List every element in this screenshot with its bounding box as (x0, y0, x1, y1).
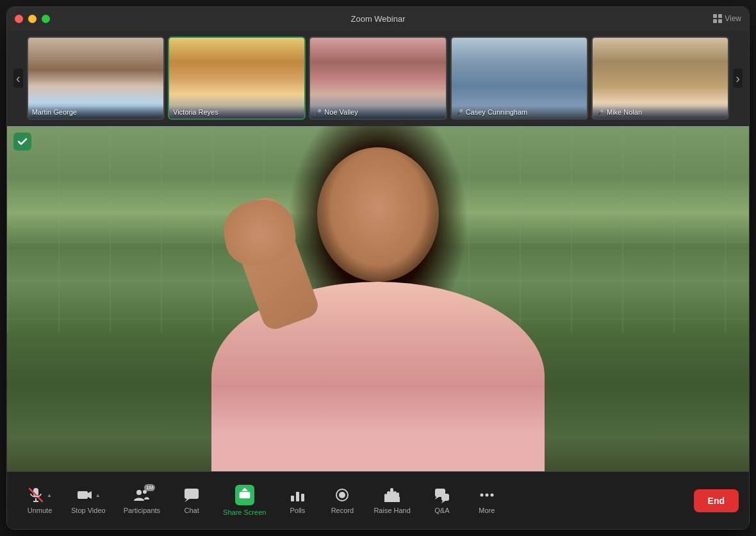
stop-video-label: Stop Video (71, 507, 106, 514)
webinar-check-icon (17, 136, 28, 147)
title-bar: Zoom Webinar View (7, 7, 749, 30)
svg-rect-2 (713, 19, 717, 23)
share-screen-icon (235, 485, 254, 505)
qa-bubble-icon (434, 487, 450, 503)
svg-rect-0 (713, 14, 717, 18)
view-icon (713, 14, 722, 23)
thumbnail-victoria-reyes[interactable]: Victoria Reyes (168, 37, 306, 120)
svg-marker-9 (88, 491, 92, 499)
unmute-button[interactable]: ▲ Unmute (17, 482, 62, 519)
thumbnail-overlay: Victoria Reyes (169, 106, 304, 118)
svg-point-20 (339, 492, 345, 498)
stop-video-caret: ▲ (95, 492, 101, 498)
record-icon (334, 487, 350, 503)
bar-chart-icon (289, 487, 306, 503)
thumbnail-martin-george[interactable]: Martin George (27, 37, 165, 120)
thumbnail-name: Martin George (32, 108, 77, 116)
svg-marker-15 (242, 488, 248, 491)
svg-rect-17 (296, 492, 299, 501)
raise-hand-label: Raise Hand (374, 507, 410, 514)
qa-button[interactable]: Q&A (420, 482, 464, 519)
thumbnail-noe-valley[interactable]: 🎤 Noe Valley (309, 37, 447, 120)
thumbnail-mike-nolan[interactable]: 🎤 Mike Nolan (591, 37, 729, 120)
thumbnail-overlay: 🎤 Noe Valley (310, 106, 445, 118)
record-button[interactable]: Record (320, 482, 365, 519)
thumbnail-container: Martin George Victoria Reyes 🎤 Noe Valle… (27, 37, 730, 120)
more-button[interactable]: More (464, 482, 509, 519)
prev-nav-button[interactable]: ‹ (13, 69, 23, 88)
raise-hand-icon (384, 487, 400, 503)
microphone-icon (28, 487, 44, 503)
polls-button[interactable]: Polls (275, 482, 320, 519)
camera-icon (76, 487, 93, 503)
share-screen-button[interactable]: Share Screen (214, 480, 275, 521)
svg-marker-13 (185, 499, 190, 502)
stop-video-button[interactable]: ▲ Stop Video (62, 482, 115, 519)
webinar-badge (13, 133, 31, 150)
thumbnail-overlay: 🎤 Casey Cunningham (452, 106, 587, 118)
thumbnail-name: Mike Nolan (607, 108, 642, 116)
share-arrow-icon (238, 487, 251, 499)
view-label: View (725, 14, 741, 23)
svg-point-33 (485, 494, 488, 497)
maximize-button[interactable] (42, 15, 50, 23)
hand-icon (384, 487, 400, 503)
main-video-scene (7, 126, 749, 471)
thumbnail-overlay: Martin George (28, 106, 163, 118)
thumbnail-strip: ‹ Martin George Victoria Reyes 🎤 (7, 30, 749, 126)
chat-label: Chat (184, 507, 199, 514)
minimize-button[interactable] (28, 15, 37, 23)
record-label: Record (331, 507, 354, 514)
chat-icon (183, 487, 200, 503)
toolbar: ▲ Unmute ▲ Stop Video (7, 471, 749, 529)
mute-icon: 🎤 (456, 109, 463, 116)
stop-video-icon: ▲ (76, 487, 101, 503)
thumbnail-overlay: 🎤 Mike Nolan (593, 106, 728, 118)
svg-marker-29 (435, 497, 439, 499)
next-nav-button[interactable]: › (733, 69, 743, 88)
thumbnail-name: Victoria Reyes (173, 108, 218, 116)
unmute-label: Unmute (28, 507, 53, 514)
close-button[interactable] (15, 15, 23, 23)
end-button[interactable]: End (694, 489, 739, 512)
chat-bubble-icon (183, 487, 200, 503)
window-controls (15, 15, 50, 23)
thumbnail-casey-cunningham[interactable]: 🎤 Casey Cunningham (450, 37, 588, 120)
raise-hand-button[interactable]: Raise Hand (365, 482, 419, 519)
svg-point-34 (490, 494, 493, 497)
zoom-window: Zoom Webinar View ‹ Martin George (6, 6, 750, 530)
view-button[interactable]: View (713, 14, 741, 23)
more-icon (479, 487, 495, 503)
unmute-caret: ▲ (47, 492, 52, 498)
more-label: More (479, 507, 495, 514)
svg-rect-21 (390, 488, 393, 497)
share-screen-label: Share Screen (223, 508, 266, 516)
toolbar-items: ▲ Unmute ▲ Stop Video (17, 480, 694, 521)
ellipsis-icon (479, 487, 495, 503)
svg-rect-27 (386, 496, 399, 502)
svg-rect-8 (78, 491, 88, 499)
participants-label: Participants (124, 507, 160, 514)
qa-icon (434, 487, 450, 503)
svg-marker-31 (441, 501, 445, 503)
thumbnail-name: Casey Cunningham (466, 108, 528, 116)
thumbnail-name: Noe Valley (324, 108, 357, 116)
participants-badge: 1M (144, 484, 155, 491)
mute-icon: 🎤 (314, 109, 322, 116)
svg-rect-3 (718, 19, 722, 23)
svg-point-10 (136, 490, 142, 495)
svg-rect-30 (441, 494, 449, 501)
qa-label: Q&A (434, 507, 449, 514)
participants-button[interactable]: 1M Participants (115, 482, 169, 519)
unmute-icon: ▲ (28, 487, 52, 503)
presenter-face (317, 147, 439, 282)
polls-label: Polls (290, 507, 305, 514)
record-circle-icon (334, 487, 350, 503)
svg-rect-18 (301, 494, 304, 501)
chat-button[interactable]: Chat (169, 482, 214, 519)
svg-rect-16 (291, 496, 294, 501)
svg-point-32 (480, 494, 483, 497)
mute-icon: 🎤 (596, 109, 604, 116)
svg-rect-14 (239, 492, 250, 498)
presenter-area (7, 126, 749, 471)
